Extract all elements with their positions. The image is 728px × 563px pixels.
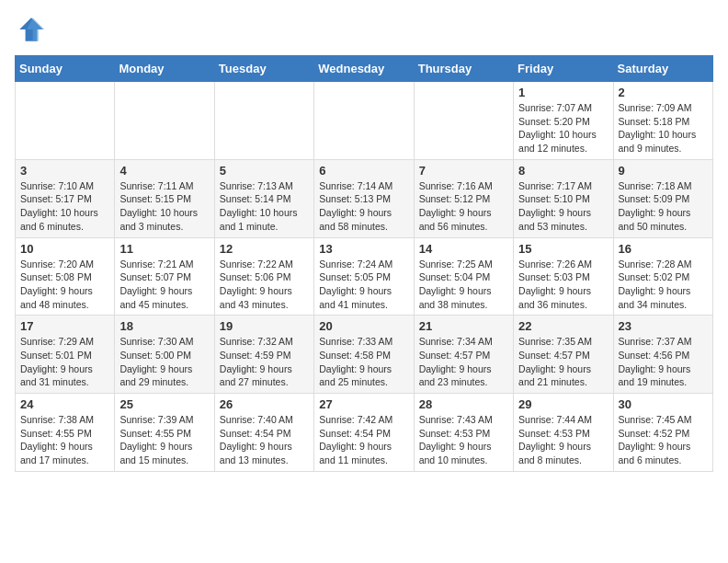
day-number: 3 xyxy=(20,164,109,178)
day-number: 12 xyxy=(220,242,309,256)
weekday-header: Tuesday xyxy=(214,56,313,82)
day-info: Sunrise: 7:14 AMSunset: 5:13 PMDaylight:… xyxy=(319,179,408,234)
calendar-cell: 23Sunrise: 7:37 AMSunset: 4:56 PMDayligh… xyxy=(613,316,712,394)
day-info: Sunrise: 7:32 AMSunset: 4:59 PMDaylight:… xyxy=(220,335,309,389)
day-number: 23 xyxy=(619,319,708,333)
day-number: 15 xyxy=(518,242,608,256)
day-info: Sunrise: 7:29 AMSunset: 5:01 PMDaylight:… xyxy=(20,335,109,389)
calendar-cell xyxy=(16,82,115,160)
day-info: Sunrise: 7:34 AMSunset: 4:57 PMDaylight:… xyxy=(419,335,508,389)
day-info: Sunrise: 7:21 AMSunset: 5:07 PMDaylight:… xyxy=(119,258,209,312)
calendar-cell: 29Sunrise: 7:44 AMSunset: 4:53 PMDayligh… xyxy=(514,394,613,472)
day-info: Sunrise: 7:38 AMSunset: 4:55 PMDaylight:… xyxy=(20,413,109,467)
day-number: 17 xyxy=(20,319,109,333)
weekday-header: Sunday xyxy=(16,56,115,82)
logo xyxy=(15,15,46,48)
calendar-cell xyxy=(414,82,513,160)
day-info: Sunrise: 7:09 AMSunset: 5:18 PMDaylight:… xyxy=(619,101,708,155)
calendar-week-row: 1Sunrise: 7:07 AMSunset: 5:20 PMDaylight… xyxy=(16,82,713,160)
day-number: 16 xyxy=(619,242,708,256)
day-number: 25 xyxy=(119,397,209,411)
day-number: 29 xyxy=(518,397,608,411)
day-info: Sunrise: 7:17 AMSunset: 5:10 PMDaylight:… xyxy=(518,179,608,234)
calendar-cell: 22Sunrise: 7:35 AMSunset: 4:57 PMDayligh… xyxy=(514,316,613,394)
calendar-cell: 25Sunrise: 7:39 AMSunset: 4:55 PMDayligh… xyxy=(115,394,214,472)
calendar-cell: 4Sunrise: 7:11 AMSunset: 5:15 PMDaylight… xyxy=(115,159,214,237)
day-info: Sunrise: 7:39 AMSunset: 4:55 PMDaylight:… xyxy=(119,413,209,467)
day-info: Sunrise: 7:30 AMSunset: 5:00 PMDaylight:… xyxy=(119,335,209,389)
day-number: 21 xyxy=(419,319,508,333)
day-info: Sunrise: 7:45 AMSunset: 4:52 PMDaylight:… xyxy=(619,413,708,467)
day-number: 6 xyxy=(319,164,408,178)
day-info: Sunrise: 7:16 AMSunset: 5:12 PMDaylight:… xyxy=(419,179,508,234)
page-header xyxy=(15,15,713,48)
day-info: Sunrise: 7:11 AMSunset: 5:15 PMDaylight:… xyxy=(119,179,209,234)
day-info: Sunrise: 7:33 AMSunset: 4:58 PMDaylight:… xyxy=(319,335,408,389)
day-number: 10 xyxy=(20,242,109,256)
day-info: Sunrise: 7:07 AMSunset: 5:20 PMDaylight:… xyxy=(518,101,608,155)
calendar-cell: 15Sunrise: 7:26 AMSunset: 5:03 PMDayligh… xyxy=(514,237,613,316)
day-number: 1 xyxy=(518,86,608,99)
calendar-cell: 24Sunrise: 7:38 AMSunset: 4:55 PMDayligh… xyxy=(16,394,115,472)
day-number: 7 xyxy=(419,164,508,178)
calendar-cell: 17Sunrise: 7:29 AMSunset: 5:01 PMDayligh… xyxy=(16,316,115,394)
day-info: Sunrise: 7:25 AMSunset: 5:04 PMDaylight:… xyxy=(419,258,508,312)
calendar-cell: 5Sunrise: 7:13 AMSunset: 5:14 PMDaylight… xyxy=(214,159,313,237)
calendar-table: SundayMondayTuesdayWednesdayThursdayFrid… xyxy=(15,55,713,472)
day-info: Sunrise: 7:20 AMSunset: 5:08 PMDaylight:… xyxy=(20,258,109,312)
day-info: Sunrise: 7:22 AMSunset: 5:06 PMDaylight:… xyxy=(220,258,309,312)
calendar-cell: 14Sunrise: 7:25 AMSunset: 5:04 PMDayligh… xyxy=(414,237,513,316)
calendar-cell xyxy=(314,82,414,160)
day-number: 22 xyxy=(518,319,608,333)
calendar-cell: 18Sunrise: 7:30 AMSunset: 5:00 PMDayligh… xyxy=(115,316,214,394)
calendar-cell: 7Sunrise: 7:16 AMSunset: 5:12 PMDaylight… xyxy=(414,159,513,237)
calendar-cell: 3Sunrise: 7:10 AMSunset: 5:17 PMDaylight… xyxy=(16,159,115,237)
day-number: 13 xyxy=(319,242,408,256)
calendar-cell xyxy=(214,82,313,160)
day-info: Sunrise: 7:24 AMSunset: 5:05 PMDaylight:… xyxy=(319,258,408,312)
weekday-header: Wednesday xyxy=(314,56,414,82)
day-info: Sunrise: 7:13 AMSunset: 5:14 PMDaylight:… xyxy=(220,179,309,234)
calendar-cell: 8Sunrise: 7:17 AMSunset: 5:10 PMDaylight… xyxy=(514,159,613,237)
day-number: 30 xyxy=(619,397,708,411)
day-info: Sunrise: 7:37 AMSunset: 4:56 PMDaylight:… xyxy=(619,335,708,389)
calendar-cell: 16Sunrise: 7:28 AMSunset: 5:02 PMDayligh… xyxy=(613,237,712,316)
day-number: 8 xyxy=(518,164,608,178)
calendar-cell: 28Sunrise: 7:43 AMSunset: 4:53 PMDayligh… xyxy=(414,394,513,472)
day-number: 5 xyxy=(220,164,309,178)
calendar-week-row: 17Sunrise: 7:29 AMSunset: 5:01 PMDayligh… xyxy=(16,316,713,394)
day-number: 27 xyxy=(319,397,408,411)
calendar-cell: 21Sunrise: 7:34 AMSunset: 4:57 PMDayligh… xyxy=(414,316,513,394)
day-info: Sunrise: 7:44 AMSunset: 4:53 PMDaylight:… xyxy=(518,413,608,467)
day-number: 11 xyxy=(119,242,209,256)
calendar-cell: 10Sunrise: 7:20 AMSunset: 5:08 PMDayligh… xyxy=(16,237,115,316)
day-info: Sunrise: 7:26 AMSunset: 5:03 PMDaylight:… xyxy=(518,258,608,312)
calendar-week-row: 10Sunrise: 7:20 AMSunset: 5:08 PMDayligh… xyxy=(16,237,713,316)
day-number: 20 xyxy=(319,319,408,333)
day-number: 18 xyxy=(119,319,209,333)
day-number: 24 xyxy=(20,397,109,411)
weekday-header: Monday xyxy=(115,56,214,82)
day-number: 9 xyxy=(619,164,708,178)
day-info: Sunrise: 7:10 AMSunset: 5:17 PMDaylight:… xyxy=(20,179,109,234)
calendar-cell: 12Sunrise: 7:22 AMSunset: 5:06 PMDayligh… xyxy=(214,237,313,316)
calendar-cell: 1Sunrise: 7:07 AMSunset: 5:20 PMDaylight… xyxy=(514,82,613,160)
calendar-week-row: 24Sunrise: 7:38 AMSunset: 4:55 PMDayligh… xyxy=(16,394,713,472)
calendar-header-row: SundayMondayTuesdayWednesdayThursdayFrid… xyxy=(16,56,713,82)
calendar-cell: 20Sunrise: 7:33 AMSunset: 4:58 PMDayligh… xyxy=(314,316,414,394)
calendar-cell: 9Sunrise: 7:18 AMSunset: 5:09 PMDaylight… xyxy=(613,159,712,237)
day-info: Sunrise: 7:42 AMSunset: 4:54 PMDaylight:… xyxy=(319,413,408,467)
weekday-header: Saturday xyxy=(613,56,712,82)
day-number: 28 xyxy=(419,397,508,411)
weekday-header: Friday xyxy=(514,56,613,82)
logo-icon xyxy=(17,15,46,44)
calendar-cell: 13Sunrise: 7:24 AMSunset: 5:05 PMDayligh… xyxy=(314,237,414,316)
day-info: Sunrise: 7:35 AMSunset: 4:57 PMDaylight:… xyxy=(518,335,608,389)
calendar-cell: 11Sunrise: 7:21 AMSunset: 5:07 PMDayligh… xyxy=(115,237,214,316)
day-number: 26 xyxy=(220,397,309,411)
calendar-cell: 2Sunrise: 7:09 AMSunset: 5:18 PMDaylight… xyxy=(613,82,712,160)
day-number: 14 xyxy=(419,242,508,256)
day-number: 2 xyxy=(619,86,708,99)
day-number: 4 xyxy=(119,164,209,178)
calendar-cell: 19Sunrise: 7:32 AMSunset: 4:59 PMDayligh… xyxy=(214,316,313,394)
